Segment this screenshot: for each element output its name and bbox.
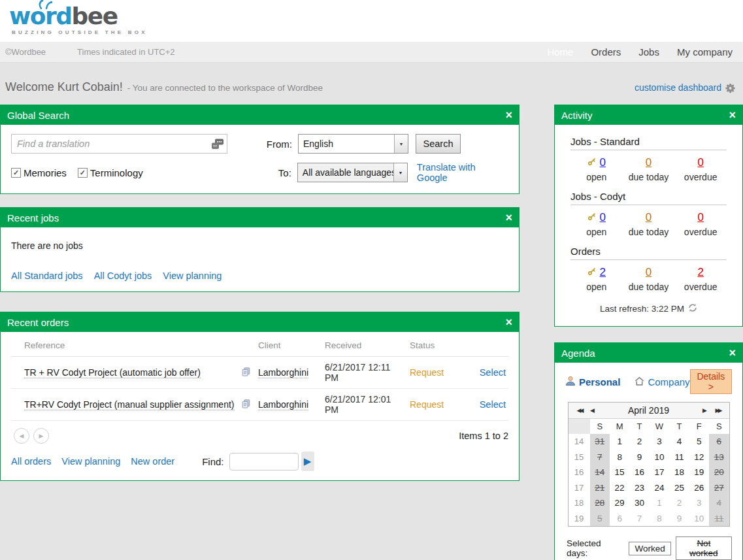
not-worked-button[interactable]: Not worked	[676, 536, 732, 560]
calendar-day[interactable]: 28	[590, 495, 610, 511]
gear-icon[interactable]	[721, 81, 736, 95]
calendar-day[interactable]: 1	[610, 434, 629, 450]
overdue-count-link[interactable]: 0	[697, 211, 703, 224]
terminology-checkbox[interactable]: ✓	[78, 168, 88, 178]
calendar-day[interactable]: 10	[650, 450, 669, 465]
memories-checkbox[interactable]: ✓	[11, 168, 21, 178]
calendar-day[interactable]: 18	[669, 465, 689, 480]
calendar-day[interactable]: 20	[709, 465, 729, 480]
pagination-previous-button[interactable]: ◀	[14, 428, 29, 444]
calendar-day[interactable]: 8	[610, 450, 629, 465]
calendar-day[interactable]: 4	[669, 434, 689, 450]
calendar-day[interactable]: 2	[669, 495, 689, 511]
calendar-prev-month-button[interactable]: ◀	[586, 407, 599, 414]
new-order-link[interactable]: New order	[131, 456, 174, 467]
calendar-day[interactable]: 27	[709, 480, 729, 496]
find-order-input[interactable]	[229, 453, 299, 470]
client-link[interactable]: Lamborghini	[258, 367, 308, 378]
find-go-button[interactable]: ▶	[301, 452, 314, 471]
calendar-day[interactable]: 14	[590, 465, 610, 480]
calendar-day[interactable]: 11	[709, 511, 729, 527]
nav-item-jobs[interactable]: Jobs	[638, 46, 659, 58]
order-reference-link[interactable]: TR+RV Codyt Project (manual supplier ass…	[24, 399, 235, 410]
due-today-count-link[interactable]: 0	[646, 156, 652, 169]
calendar-day[interactable]: 29	[610, 495, 629, 511]
calendar-day[interactable]: 6	[709, 434, 729, 450]
tab-personal[interactable]: Personal	[565, 376, 620, 387]
calendar-day[interactable]: 3	[689, 495, 709, 511]
view-planning-link[interactable]: View planning	[163, 271, 222, 281]
calendar-day[interactable]: 4	[709, 495, 729, 511]
all-standard-jobs-link[interactable]: All Standard jobs	[11, 271, 83, 281]
nav-item-home[interactable]: Home	[547, 46, 573, 58]
calendar-day[interactable]: 31	[590, 434, 610, 450]
all-orders-link[interactable]: All orders	[11, 456, 51, 467]
from-language-select[interactable]: English ▼	[298, 134, 408, 154]
nav-item-my-company[interactable]: My company	[677, 46, 733, 58]
calendar-day[interactable]: 1	[650, 495, 669, 511]
calendar-day[interactable]: 16	[629, 465, 649, 480]
all-codyt-jobs-link[interactable]: All Codyt jobs	[94, 271, 152, 281]
calendar-day[interactable]: 10	[689, 511, 709, 527]
calendar-day[interactable]: 23	[629, 480, 649, 496]
translation-search-input[interactable]	[11, 134, 227, 154]
activity-panel: Activity × Jobs - Standard 0 0 0 open du…	[554, 105, 743, 327]
calendar-day[interactable]: 30	[629, 495, 649, 511]
overdue-count-link[interactable]: 2	[697, 266, 703, 279]
calendar-next-year-button[interactable]: ▶▶	[712, 407, 725, 414]
calendar-day[interactable]: 7	[629, 511, 649, 527]
calendar-day[interactable]: 8	[650, 511, 669, 527]
translate-with-google-link[interactable]: Translate with Google	[417, 162, 508, 183]
chevron-down-icon[interactable]: ▼	[393, 163, 407, 182]
close-icon[interactable]: ×	[729, 109, 736, 121]
calendar-day[interactable]: 12	[689, 450, 709, 465]
order-reference-link[interactable]: TR + RV Codyt Project (automatic job off…	[24, 367, 201, 378]
search-button[interactable]: Search	[416, 134, 461, 154]
tab-company[interactable]: Company	[635, 376, 689, 387]
main-nav: Home Orders Jobs My company	[529, 46, 743, 58]
calendar-day[interactable]: 25	[669, 480, 689, 496]
close-icon[interactable]: ×	[729, 347, 736, 359]
details-button[interactable]: Details >	[690, 369, 732, 394]
select-order-link[interactable]: Select	[480, 367, 506, 378]
calendar-day[interactable]: 26	[689, 480, 709, 496]
open-count-link[interactable]: 0	[600, 211, 606, 224]
close-icon[interactable]: ×	[505, 212, 512, 223]
calendar-day[interactable]: 19	[689, 465, 709, 480]
calendar-day[interactable]: 11	[669, 450, 689, 465]
due-today-count-link[interactable]: 0	[646, 211, 652, 224]
to-language-select[interactable]: All available languages ▼	[297, 163, 408, 182]
overdue-count-link[interactable]: 0	[697, 156, 703, 169]
view-planning-link[interactable]: View planning	[61, 456, 120, 467]
calendar-day[interactable]: 9	[669, 511, 689, 527]
select-order-link[interactable]: Select	[480, 399, 506, 410]
refresh-icon[interactable]	[684, 303, 697, 314]
pagination-next-button[interactable]: ▶	[33, 428, 49, 444]
calendar-day[interactable]: 3	[650, 434, 669, 450]
worked-button[interactable]: Worked	[629, 542, 670, 555]
calendar-day[interactable]: 5	[590, 511, 610, 527]
due-today-count-link[interactable]: 0	[646, 266, 652, 279]
calendar-next-month-button[interactable]: ▶	[699, 407, 712, 414]
calendar-day[interactable]: 15	[610, 465, 629, 480]
wordbee-logo[interactable]: wordbee BUZZING OUTSIDE THE BOX	[9, 5, 148, 35]
open-count-link[interactable]: 2	[600, 266, 606, 279]
close-icon[interactable]: ×	[505, 109, 512, 121]
client-link[interactable]: Lamborghini	[258, 399, 308, 410]
customise-dashboard-link[interactable]: customise dashboard	[635, 82, 721, 93]
calendar-day[interactable]: 21	[590, 480, 610, 496]
nav-item-orders[interactable]: Orders	[591, 46, 621, 58]
calendar-prev-year-button[interactable]: ◀◀	[573, 407, 586, 414]
calendar-day[interactable]: 17	[650, 465, 669, 480]
calendar-day[interactable]: 13	[709, 450, 729, 465]
chevron-down-icon[interactable]: ▼	[394, 135, 408, 153]
calendar-day[interactable]: 5	[689, 434, 709, 450]
close-icon[interactable]: ×	[505, 316, 512, 328]
calendar-day[interactable]: 6	[610, 511, 629, 527]
calendar-day[interactable]: 2	[629, 434, 649, 450]
calendar-day[interactable]: 9	[629, 450, 649, 465]
calendar-day[interactable]: 22	[610, 480, 629, 496]
calendar-day[interactable]: 24	[650, 480, 669, 496]
calendar-day[interactable]: 7	[590, 450, 610, 465]
open-count-link[interactable]: 0	[600, 156, 606, 169]
